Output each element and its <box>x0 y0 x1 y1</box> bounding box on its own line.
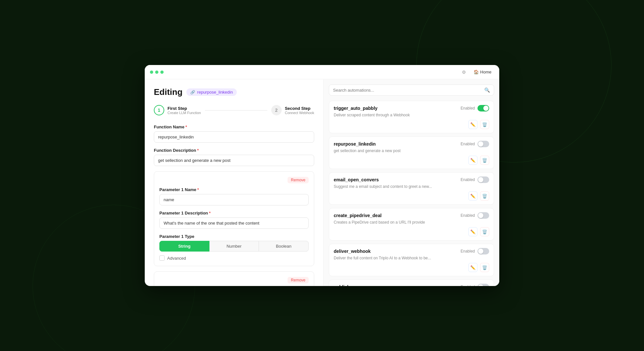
advanced-checkbox[interactable] <box>159 255 165 261</box>
automation-name: repurpose_linkedin <box>334 141 376 147</box>
param-1-desc-group: Parameter 1 Description * <box>159 211 309 229</box>
type-boolean-button[interactable]: Boolean <box>259 241 309 252</box>
steps-row: 1 First Step Create LLM Function 2 Secon… <box>154 105 314 115</box>
automation-delete-button[interactable]: 🗑️ <box>480 120 489 129</box>
window-dots <box>150 71 164 74</box>
automation-status-row: Enabled <box>461 105 489 111</box>
automation-edit-button[interactable]: ✏️ <box>468 156 477 165</box>
automation-toggle[interactable] <box>477 176 489 183</box>
automation-desc: Creates a PipeDrive card based on a URL … <box>334 220 489 225</box>
home-button[interactable]: 🏠 Home <box>471 68 494 76</box>
step-2-name: Second Step <box>285 106 314 111</box>
param-1-remove-button[interactable]: Remove <box>288 177 309 183</box>
automation-name: email_open_convers <box>334 177 379 182</box>
step-1[interactable]: 1 First Step Create LLM Function <box>154 105 201 115</box>
page-title: Editing <box>154 87 182 97</box>
automation-badge: 🔗 repurpose_linkedin <box>186 88 237 96</box>
automation-item-header: deliver_webhook Enabled <box>334 248 489 254</box>
type-string-button[interactable]: String <box>159 241 209 252</box>
automation-item-header: trigger_auto_pabbly Enabled <box>334 105 489 111</box>
dot-3 <box>160 71 164 74</box>
automation-delete-button[interactable]: 🗑️ <box>480 156 489 165</box>
automation-status-row: Enabled <box>461 176 489 183</box>
automation-status-label: Enabled <box>461 249 475 254</box>
automation-name: trigger_auto_pabbly <box>334 106 378 111</box>
step-1-info: First Step Create LLM Function <box>168 106 201 115</box>
step-1-sub: Create LLM Function <box>168 111 201 115</box>
automation-status-row: Enabled <box>461 248 489 254</box>
automations-list: trigger_auto_pabbly Enabled Deliver scra… <box>329 101 494 286</box>
automation-desc: Suggest me a email subject and content t… <box>334 184 489 189</box>
automation-toggle[interactable] <box>477 105 489 111</box>
param-2-section: Remove Parameter 2 Name * Parameter 2 De… <box>154 271 314 286</box>
param-1-type-group: String Number Boolean <box>159 241 309 252</box>
toggle-knob <box>478 284 483 286</box>
automation-item-repurpose_linkedin: repurpose_linkedin Enabled get sellectio… <box>329 136 494 169</box>
automation-actions: ✏️ 🗑️ <box>334 120 489 129</box>
automation-name: deliver_webhook <box>334 249 371 254</box>
automation-status-row: Enabled <box>461 212 489 219</box>
type-number-button[interactable]: Number <box>209 241 259 252</box>
step-2[interactable]: 2 Second Step Connect Webhook <box>271 105 314 115</box>
automation-name: create_pipedrive_deal <box>334 213 382 218</box>
toggle-knob <box>483 106 489 111</box>
automation-delete-button[interactable]: 🗑️ <box>480 263 489 272</box>
automation-delete-button[interactable]: 🗑️ <box>480 191 489 201</box>
function-name-input[interactable] <box>154 131 314 143</box>
step-1-circle: 1 <box>154 105 164 115</box>
automation-desc: Deliver the full content on Triplo AI to… <box>334 256 489 260</box>
automation-toggle[interactable] <box>477 141 489 147</box>
toggle-knob <box>478 213 483 218</box>
advanced-label: Advanced <box>167 256 186 261</box>
settings-icon[interactable]: ⚙ <box>461 69 467 75</box>
automation-actions: ✏️ 🗑️ <box>334 263 489 272</box>
automation-status-row: Enabled <box>461 284 489 286</box>
automation-item-header: publish_summary Enabled <box>334 284 489 286</box>
automation-toggle[interactable] <box>477 248 489 254</box>
function-desc-group: Function Description * <box>154 148 314 166</box>
search-input[interactable] <box>333 88 482 93</box>
param-1-type-label: Parameter 1 Type <box>159 234 309 239</box>
function-desc-input[interactable] <box>154 155 314 166</box>
param-1-desc-input[interactable] <box>159 217 309 229</box>
automation-desc: get sellection and generate a new post <box>334 149 489 153</box>
toggle-knob <box>478 249 483 254</box>
content-area: Editing 🔗 repurpose_linkedin 1 First Ste… <box>145 79 499 286</box>
param-1-name-input[interactable] <box>159 194 309 205</box>
automation-status-label: Enabled <box>461 142 475 146</box>
automation-item-publish_summary: publish_summary Enabled Creates a FB pos… <box>329 280 494 286</box>
badge-label: repurpose_linkedin <box>197 90 233 95</box>
badge-icon: 🔗 <box>190 90 195 95</box>
automation-edit-button[interactable]: ✏️ <box>468 227 477 236</box>
toggle-knob <box>478 141 483 147</box>
step-line <box>205 110 267 110</box>
step-2-sub: Connect Webhook <box>285 111 314 115</box>
param-1-header: Remove <box>159 177 309 183</box>
search-box: 🔍 <box>329 84 494 96</box>
automation-item-create_pipedrive_deal: create_pipedrive_deal Enabled Creates a … <box>329 208 494 240</box>
automation-toggle[interactable] <box>477 212 489 219</box>
automation-item-header: repurpose_linkedin Enabled <box>334 141 489 147</box>
automation-toggle[interactable] <box>477 284 489 286</box>
dot-2 <box>155 71 158 74</box>
param-1-section: Remove Parameter 1 Name * Parameter 1 De… <box>154 171 314 266</box>
automation-edit-button[interactable]: ✏️ <box>468 263 477 272</box>
home-icon: 🏠 <box>474 70 479 74</box>
automation-desc: Deliver scraped content through a Webhoo… <box>334 113 489 117</box>
param-2-remove-button[interactable]: Remove <box>288 277 309 283</box>
advanced-row: Advanced <box>159 255 309 261</box>
automation-actions: ✏️ 🗑️ <box>334 191 489 201</box>
function-name-group: Function Name * <box>154 124 314 143</box>
page-header: Editing 🔗 repurpose_linkedin <box>154 87 314 97</box>
automation-delete-button[interactable]: 🗑️ <box>480 227 489 236</box>
param-1-name-label: Parameter 1 Name * <box>159 187 309 192</box>
titlebar: ⚙ 🏠 Home <box>145 65 499 79</box>
automation-status-label: Enabled <box>461 106 475 110</box>
automation-actions: ✏️ 🗑️ <box>334 227 489 236</box>
search-icon: 🔍 <box>484 87 490 93</box>
automation-item-header: email_open_convers Enabled <box>334 176 489 183</box>
param-1-name-group: Parameter 1 Name * <box>159 187 309 205</box>
step-2-info: Second Step Connect Webhook <box>285 106 314 115</box>
automation-edit-button[interactable]: ✏️ <box>468 120 477 129</box>
automation-edit-button[interactable]: ✏️ <box>468 191 477 201</box>
